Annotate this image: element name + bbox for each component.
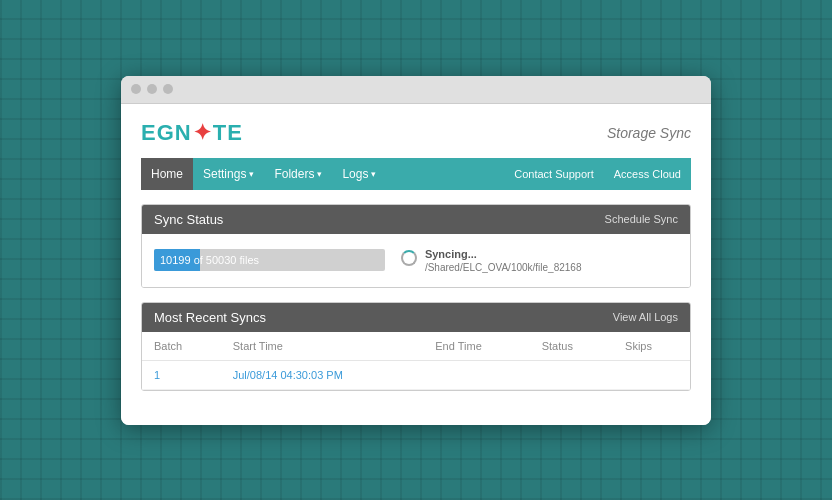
recent-syncs-body: Batch Start Time End Time Status Skips 1 xyxy=(142,332,690,390)
sync-text-block: Syncing... /Shared/ELC_OVA/100k/file_821… xyxy=(425,248,582,273)
progress-container: 10199 of 50030 files xyxy=(154,249,385,271)
col-start-time: Start Time xyxy=(221,332,424,361)
syncs-table: Batch Start Time End Time Status Skips 1 xyxy=(142,332,690,390)
view-all-logs-button[interactable]: View All Logs xyxy=(613,311,678,323)
syncs-table-body: 1 Jul/08/14 04:30:03 PM xyxy=(142,360,690,389)
nav-item-folders[interactable]: Folders ▾ xyxy=(264,158,332,190)
main-window: EGN ✦ TE Storage Sync Home Settings ▾ Fo… xyxy=(121,76,711,425)
sync-progress-row: 10199 of 50030 files Syncing... /Shared/… xyxy=(154,248,678,273)
nav-right: Contact Support Access Cloud xyxy=(504,158,691,190)
schedule-sync-button[interactable]: Schedule Sync xyxy=(605,213,678,225)
recent-syncs-panel: Most Recent Syncs View All Logs Batch St… xyxy=(141,302,691,391)
sync-status-title: Sync Status xyxy=(154,212,223,227)
nav-item-logs[interactable]: Logs ▾ xyxy=(332,158,386,190)
nav-bar: Home Settings ▾ Folders ▾ Logs ▾ Contact… xyxy=(141,158,691,190)
nav-home-label: Home xyxy=(151,167,183,181)
nav-logs-label: Logs xyxy=(342,167,368,181)
nav-contact-support[interactable]: Contact Support xyxy=(504,158,604,190)
syncs-table-head: Batch Start Time End Time Status Skips xyxy=(142,332,690,361)
logo-star-icon: ✦ xyxy=(193,120,212,146)
logo: EGN ✦ TE xyxy=(141,120,243,146)
table-row: 1 Jul/08/14 04:30:03 PM xyxy=(142,360,690,389)
progress-bar-background: 10199 of 50030 files xyxy=(154,249,385,271)
logo-text-before: EGN xyxy=(141,120,192,146)
progress-bar-fill: 10199 of 50030 files xyxy=(154,249,200,271)
start-time-link[interactable]: Jul/08/14 04:30:03 PM xyxy=(233,369,343,381)
col-status: Status xyxy=(530,332,613,361)
col-end-time: End Time xyxy=(423,332,529,361)
nav-settings-label: Settings xyxy=(203,167,246,181)
sync-status-panel: Sync Status Schedule Sync 10199 of 50030… xyxy=(141,204,691,288)
sync-status-info: Syncing... /Shared/ELC_OVA/100k/file_821… xyxy=(401,248,678,273)
nav-folders-label: Folders xyxy=(274,167,314,181)
title-bar xyxy=(121,76,711,104)
sync-spinner-icon xyxy=(401,250,417,266)
sync-status-path: /Shared/ELC_OVA/100k/file_82168 xyxy=(425,262,582,273)
col-batch: Batch xyxy=(142,332,221,361)
app-content: EGN ✦ TE Storage Sync Home Settings ▾ Fo… xyxy=(121,104,711,425)
app-header: EGN ✦ TE Storage Sync xyxy=(141,120,691,146)
row-status xyxy=(530,360,613,389)
sync-status-header: Sync Status Schedule Sync xyxy=(142,205,690,234)
contact-support-label: Contact Support xyxy=(514,168,594,180)
nav-settings-caret-icon: ▾ xyxy=(249,169,254,179)
row-start-time: Jul/08/14 04:30:03 PM xyxy=(221,360,424,389)
col-skips: Skips xyxy=(613,332,690,361)
sync-status-label: Syncing... xyxy=(425,248,582,260)
title-bar-dot-1 xyxy=(131,84,141,94)
nav-access-cloud[interactable]: Access Cloud xyxy=(604,158,691,190)
nav-item-settings[interactable]: Settings ▾ xyxy=(193,158,264,190)
logo-text-after: TE xyxy=(213,120,243,146)
progress-label: 10199 of 50030 files xyxy=(160,254,259,266)
app-title: Storage Sync xyxy=(607,125,691,141)
title-bar-dot-3 xyxy=(163,84,173,94)
nav-logs-caret-icon: ▾ xyxy=(371,169,376,179)
sync-status-body: 10199 of 50030 files Syncing... /Shared/… xyxy=(142,234,690,287)
syncs-table-header-row: Batch Start Time End Time Status Skips xyxy=(142,332,690,361)
recent-syncs-title: Most Recent Syncs xyxy=(154,310,266,325)
row-batch: 1 xyxy=(142,360,221,389)
title-bar-dot-2 xyxy=(147,84,157,94)
nav-item-home[interactable]: Home xyxy=(141,158,193,190)
row-skips xyxy=(613,360,690,389)
nav-folders-caret-icon: ▾ xyxy=(317,169,322,179)
row-end-time xyxy=(423,360,529,389)
recent-syncs-header: Most Recent Syncs View All Logs xyxy=(142,303,690,332)
access-cloud-label: Access Cloud xyxy=(614,168,681,180)
batch-link[interactable]: 1 xyxy=(154,369,160,381)
